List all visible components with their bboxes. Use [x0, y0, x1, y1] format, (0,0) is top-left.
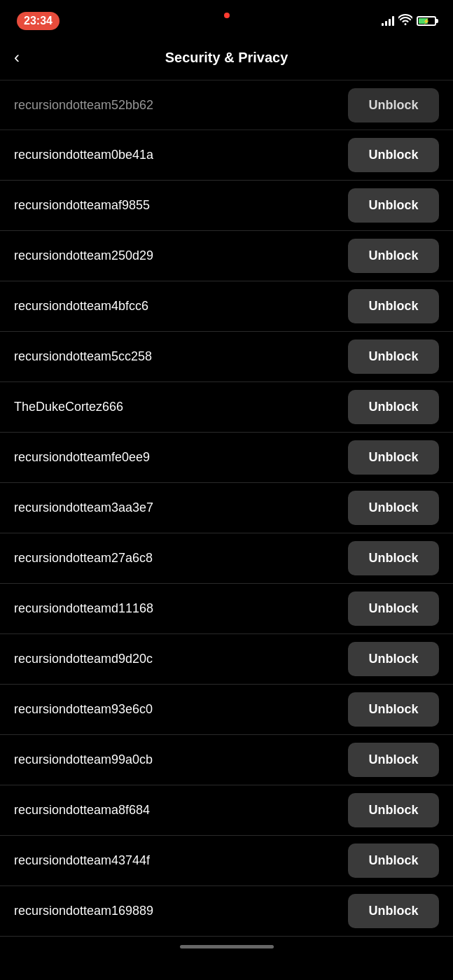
unblock-button[interactable]: Unblock: [348, 340, 439, 374]
back-button[interactable]: ‹: [14, 46, 25, 69]
list-item: recursiondotteam4bfcc6Unblock: [0, 281, 453, 332]
status-time: 23:34: [17, 12, 60, 30]
unblock-button[interactable]: Unblock: [348, 743, 439, 777]
username-label: recursiondotteamd9d20c: [14, 652, 348, 666]
battery-icon: ⚡: [417, 16, 436, 26]
unblock-button[interactable]: Unblock: [348, 592, 439, 626]
nav-bar: ‹ Security & Privacy: [0, 38, 453, 80]
username-label: recursiondotteam250d29: [14, 248, 348, 263]
list-item: recursiondotteam99a0cbUnblock: [0, 735, 453, 785]
list-item: recursiondotteam27a6c8Unblock: [0, 533, 453, 584]
home-indicator: [0, 937, 453, 954]
username-label: recursiondotteam27a6c8: [14, 551, 348, 566]
blocked-users-list: recursiondotteam52bb62Unblockrecursiondo…: [0, 80, 453, 937]
list-item: recursiondotteam52bb62Unblock: [0, 80, 453, 130]
list-item: recursiondotteama8f684Unblock: [0, 785, 453, 836]
unblock-button[interactable]: Unblock: [348, 188, 439, 223]
unblock-button[interactable]: Unblock: [348, 844, 439, 878]
username-label: recursiondotteam93e6c0: [14, 702, 348, 717]
username-label: recursiondotteamaf9855: [14, 198, 348, 213]
list-item: recursiondotteam3aa3e7Unblock: [0, 483, 453, 533]
list-item: recursiondotteamfe0ee9Unblock: [0, 433, 453, 483]
status-icons: ⚡: [382, 14, 436, 28]
unblock-button[interactable]: Unblock: [348, 239, 439, 273]
username-label: recursiondotteama8f684: [14, 803, 348, 818]
username-label: recursiondotteam0be41a: [14, 148, 348, 162]
username-label: recursiondotteam169889: [14, 904, 348, 918]
unblock-button[interactable]: Unblock: [348, 793, 439, 827]
username-label: recursiondotteamfe0ee9: [14, 450, 348, 465]
username-label: TheDukeCortez666: [14, 400, 348, 414]
signal-icon: [382, 16, 394, 26]
status-bar: 23:34 ⚡: [0, 0, 453, 38]
unblock-button[interactable]: Unblock: [348, 894, 439, 928]
username-label: recursiondotteam43744f: [14, 853, 348, 868]
notification-dot: [224, 13, 230, 18]
username-label: recursiondotteam5cc258: [14, 349, 348, 364]
list-item: recursiondotteamaf9855Unblock: [0, 181, 453, 231]
unblock-button[interactable]: Unblock: [348, 440, 439, 475]
unblock-button[interactable]: Unblock: [348, 692, 439, 727]
page-title: Security & Privacy: [165, 50, 288, 66]
list-item: TheDukeCortez666Unblock: [0, 382, 453, 433]
username-label: recursiondotteam3aa3e7: [14, 500, 348, 515]
home-indicator-bar: [180, 945, 274, 948]
unblock-button[interactable]: Unblock: [348, 541, 439, 575]
unblock-button[interactable]: Unblock: [348, 289, 439, 323]
username-label: recursiondotteam52bb62: [14, 98, 348, 113]
unblock-button[interactable]: Unblock: [348, 138, 439, 172]
list-item: recursiondotteam250d29Unblock: [0, 231, 453, 281]
username-label: recursiondotteamd11168: [14, 601, 348, 616]
unblock-button[interactable]: Unblock: [348, 642, 439, 676]
wifi-icon: [398, 14, 412, 28]
list-item: recursiondotteamd9d20cUnblock: [0, 634, 453, 685]
list-item: recursiondotteam43744fUnblock: [0, 836, 453, 886]
list-item: recursiondotteam169889Unblock: [0, 886, 453, 937]
username-label: recursiondotteam4bfcc6: [14, 299, 348, 314]
unblock-button[interactable]: Unblock: [348, 491, 439, 525]
list-item: recursiondotteam0be41aUnblock: [0, 130, 453, 181]
unblock-button[interactable]: Unblock: [348, 390, 439, 424]
unblock-button[interactable]: Unblock: [348, 88, 439, 122]
list-item: recursiondotteamd11168Unblock: [0, 584, 453, 634]
list-item: recursiondotteam93e6c0Unblock: [0, 685, 453, 735]
list-item: recursiondotteam5cc258Unblock: [0, 332, 453, 382]
username-label: recursiondotteam99a0cb: [14, 752, 348, 767]
